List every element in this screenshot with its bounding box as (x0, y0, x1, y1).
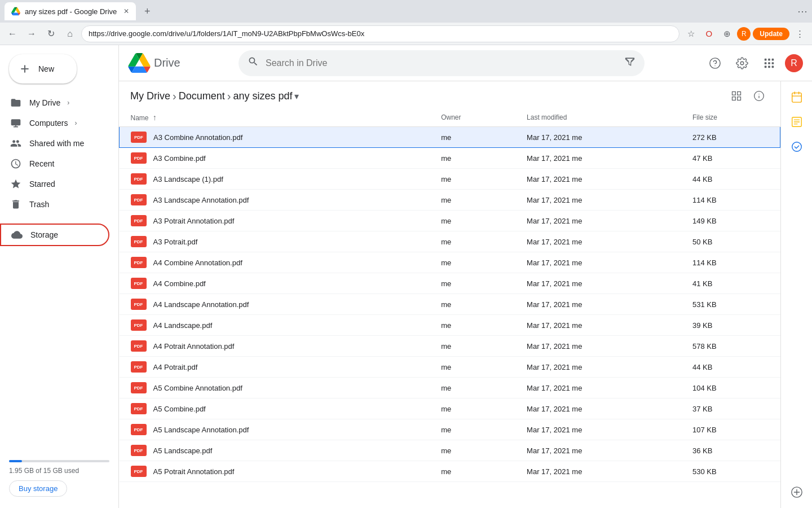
breadcrumb-document[interactable]: Document (179, 90, 225, 102)
profile-icon[interactable]: R (737, 27, 751, 41)
menu-icon[interactable]: ⋮ (792, 26, 807, 42)
table-row[interactable]: PDF A4 Landscape.pdf me Mar 17, 2021 me … (120, 315, 780, 336)
drive-logo: Drive (128, 53, 230, 73)
sidebar-item-shared[interactable]: Shared with me (0, 133, 109, 154)
table-row[interactable]: PDF A4 Combine.pdf me Mar 17, 2021 me 41… (120, 273, 780, 294)
file-modified: Mar 17, 2021 me (527, 259, 582, 267)
sidebar-item-starred[interactable]: Starred (0, 174, 109, 194)
sidebar-item-trash[interactable]: Trash (0, 194, 109, 214)
search-input[interactable] (266, 58, 617, 68)
file-name: A5 Combine Annotation.pdf (153, 384, 242, 392)
table-row[interactable]: PDF A3 Combine Annotation.pdf me Mar 17,… (120, 127, 780, 148)
breadcrumb: My Drive › Document › any sizes pdf ▾ (130, 90, 299, 103)
new-tab-button[interactable]: + (139, 3, 155, 19)
file-name: A4 Combine.pdf (153, 279, 206, 288)
pdf-icon: PDF (131, 257, 147, 268)
pdf-icon: PDF (131, 173, 147, 185)
drive-logo-text: Drive (154, 56, 180, 69)
file-name: A3 Combine.pdf (153, 154, 206, 163)
table-row[interactable]: PDF A5 Combine.pdf me Mar 17, 2021 me 37… (120, 398, 780, 419)
sidebar-item-computers[interactable]: Computers › (0, 113, 109, 133)
forward-button[interactable]: → (24, 26, 39, 42)
modified-column-header[interactable]: Last modified (518, 108, 683, 127)
right-panel (780, 81, 812, 508)
grid-view-button[interactable] (726, 86, 747, 106)
table-row[interactable]: PDF A5 Potrait Annotation.pdf me Mar 17,… (120, 461, 780, 482)
home-button[interactable]: ⌂ (62, 26, 78, 42)
table-row[interactable]: PDF A4 Potrait Annotation.pdf me Mar 17,… (120, 336, 780, 357)
table-row[interactable]: PDF A4 Combine Annotation.pdf me Mar 17,… (120, 252, 780, 273)
filter-icon[interactable] (624, 56, 636, 70)
pdf-icon: PDF (131, 361, 147, 373)
file-owner: me (441, 300, 451, 309)
new-button[interactable]: New (9, 54, 77, 84)
info-button[interactable] (749, 86, 769, 106)
file-size: 36 KB (692, 446, 712, 455)
sidebar-item-recent[interactable]: Recent (0, 154, 109, 174)
app-header: Drive (119, 45, 812, 81)
bookmark-icon[interactable]: ☆ (683, 26, 699, 42)
svg-rect-8 (765, 65, 767, 68)
settings-button[interactable] (731, 52, 753, 75)
sidebar-item-my-drive[interactable]: My Drive › (0, 93, 109, 113)
owner-column-header[interactable]: Owner (432, 108, 518, 127)
table-row[interactable]: PDF A5 Landscape Annotation.pdf me Mar 1… (120, 419, 780, 440)
opera-icon[interactable]: O (701, 26, 717, 42)
sidebar-item-trash-label: Trash (29, 200, 49, 209)
buy-storage-button[interactable]: Buy storage (9, 480, 67, 497)
file-owner: me (441, 196, 451, 204)
breadcrumb-sep-2: › (227, 90, 231, 103)
table-row[interactable]: PDF A3 Potrait.pdf me Mar 17, 2021 me 50… (120, 231, 780, 252)
file-owner: me (441, 154, 451, 163)
calendar-button[interactable] (785, 86, 808, 108)
svg-rect-13 (732, 97, 736, 100)
file-owner: me (441, 175, 451, 183)
file-size: 104 KB (692, 384, 717, 392)
file-modified: Mar 17, 2021 me (527, 426, 582, 434)
size-column-header[interactable]: File size (683, 108, 780, 127)
sidebar-item-storage-label: Storage (30, 230, 58, 239)
file-size: 114 KB (692, 259, 717, 267)
file-size: 578 KB (692, 342, 717, 351)
table-row[interactable]: PDF A3 Combine.pdf me Mar 17, 2021 me 47… (120, 148, 780, 169)
add-panel-button[interactable] (785, 481, 808, 503)
file-size: 47 KB (692, 154, 712, 163)
name-column-header[interactable]: Name ↑ (120, 108, 433, 127)
expand-arrow-icon: › (67, 99, 69, 107)
help-button[interactable] (704, 52, 726, 75)
apps-button[interactable] (758, 52, 780, 75)
file-name: A5 Combine.pdf (153, 405, 206, 413)
avatar[interactable]: R (785, 54, 803, 72)
file-name: A4 Combine Annotation.pdf (153, 259, 242, 267)
file-modified: Mar 17, 2021 me (527, 175, 582, 183)
breadcrumb-caret-icon: ▾ (294, 91, 299, 102)
notes-button[interactable] (785, 111, 808, 133)
reload-button[interactable]: ↻ (43, 26, 59, 42)
update-button[interactable]: Update (753, 28, 789, 40)
file-name: A3 Potrait Annotation.pdf (153, 217, 235, 225)
table-row[interactable]: PDF A3 Potrait Annotation.pdf me Mar 17,… (120, 211, 780, 231)
tab-close-btn[interactable]: ✕ (123, 7, 129, 15)
sidebar: New My Drive › Computers › (0, 45, 118, 508)
table-row[interactable]: PDF A5 Combine Annotation.pdf me Mar 17,… (120, 378, 780, 398)
file-size: 44 KB (692, 175, 712, 183)
breadcrumb-my-drive[interactable]: My Drive (130, 90, 170, 102)
header-actions: R (704, 52, 803, 75)
tasks-button[interactable] (785, 135, 808, 158)
table-row[interactable]: PDF A5 Landscape.pdf me Mar 17, 2021 me … (120, 440, 780, 461)
table-row[interactable]: PDF A3 Landscape (1).pdf me Mar 17, 2021… (120, 169, 780, 190)
back-button[interactable]: ← (5, 26, 20, 42)
file-modified: Mar 17, 2021 me (527, 217, 582, 225)
svg-rect-2 (765, 58, 767, 60)
pdf-icon: PDF (131, 382, 147, 393)
table-row[interactable]: PDF A3 Landscape Annotation.pdf me Mar 1… (120, 190, 780, 211)
sidebar-item-storage[interactable]: Storage (0, 224, 109, 246)
file-owner: me (441, 363, 451, 371)
extensions-icon[interactable]: ⊕ (719, 26, 735, 42)
browser-tab[interactable]: any sizes pdf - Google Drive ✕ (5, 2, 136, 20)
address-bar[interactable]: https://drive.google.com/drive/u/1/folde… (81, 25, 679, 42)
table-row[interactable]: PDF A4 Landscape Annotation.pdf me Mar 1… (120, 294, 780, 315)
pdf-icon: PDF (131, 152, 147, 164)
breadcrumb-current[interactable]: any sizes pdf ▾ (233, 90, 299, 102)
table-row[interactable]: PDF A4 Potrait.pdf me Mar 17, 2021 me 44… (120, 357, 780, 378)
